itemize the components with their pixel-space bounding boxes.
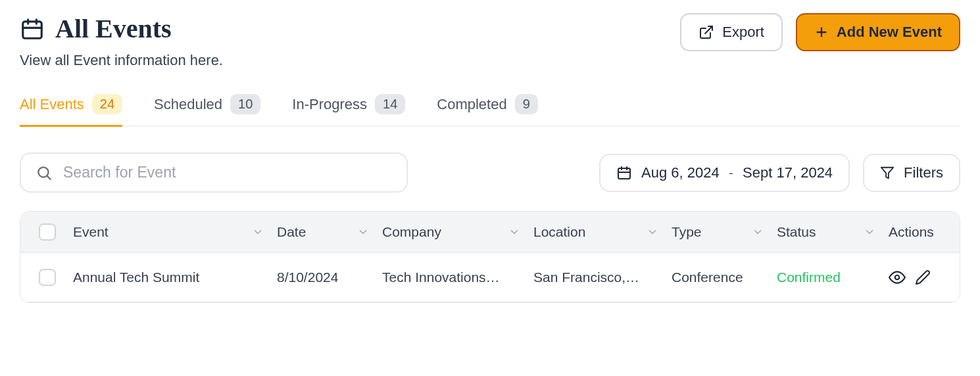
date-start: Aug 6, 2024	[641, 164, 720, 181]
svg-point-14	[895, 275, 900, 280]
cell-company: Tech Innovations…	[376, 270, 527, 285]
col-company[interactable]: Company	[376, 224, 527, 240]
search-box[interactable]	[20, 153, 408, 193]
chevron-down-icon	[357, 226, 369, 238]
table-row: Annual Tech Summit 8/10/2024 Tech Innova…	[20, 253, 960, 302]
cell-date: 8/10/2024	[270, 270, 376, 285]
col-location[interactable]: Location	[527, 224, 665, 240]
chevron-down-icon	[752, 226, 764, 238]
calendar-icon	[20, 16, 45, 41]
view-icon[interactable]	[889, 269, 906, 286]
svg-rect-0	[23, 21, 42, 37]
col-status[interactable]: Status	[770, 224, 882, 240]
tab-label: All Events	[20, 96, 84, 113]
calendar-icon	[616, 165, 632, 181]
tab-scheduled[interactable]: Scheduled 10	[154, 89, 260, 127]
row-checkbox[interactable]	[39, 269, 56, 286]
chevron-down-icon	[864, 226, 875, 238]
tab-label: In-Progress	[292, 96, 367, 113]
tab-count-badge: 24	[92, 94, 122, 114]
events-table: Event Date Company Location Type Status …	[20, 211, 960, 303]
chevron-down-icon	[508, 226, 520, 238]
external-link-icon	[698, 24, 714, 40]
date-range-picker[interactable]: Aug 6, 2024 - Sept 17, 2024	[599, 154, 850, 192]
plus-icon	[814, 25, 829, 39]
page-title: All Events	[55, 13, 172, 44]
export-label: Export	[722, 24, 764, 41]
add-new-event-button[interactable]: Add New Event	[796, 13, 960, 51]
tab-all-events[interactable]: All Events 24	[20, 89, 122, 127]
table-header: Event Date Company Location Type Status …	[20, 212, 960, 253]
svg-rect-9	[618, 168, 630, 179]
tab-label: Completed	[437, 96, 506, 113]
page-subtitle: View all Event information here.	[20, 52, 223, 69]
add-label: Add New Event	[837, 24, 942, 41]
date-separator: -	[729, 164, 733, 181]
cell-status: Confirmed	[770, 270, 882, 285]
filter-icon	[880, 166, 894, 180]
col-actions: Actions	[882, 224, 960, 240]
col-event[interactable]: Event	[66, 224, 270, 240]
tab-completed[interactable]: Completed 9	[437, 89, 538, 127]
filters-label: Filters	[904, 164, 943, 181]
col-date[interactable]: Date	[270, 224, 376, 240]
cell-event: Annual Tech Summit	[66, 270, 270, 285]
search-input[interactable]	[62, 163, 392, 182]
filters-button[interactable]: Filters	[863, 154, 960, 192]
tabs: All Events 24 Scheduled 10 In-Progress 1…	[20, 89, 960, 126]
svg-marker-13	[881, 167, 893, 178]
svg-line-8	[47, 176, 51, 179]
select-all-checkbox[interactable]	[39, 223, 56, 241]
cell-type: Conference	[665, 270, 770, 285]
date-end: Sept 17, 2024	[743, 164, 833, 181]
export-button[interactable]: Export	[680, 13, 783, 51]
svg-line-4	[705, 26, 712, 34]
edit-icon[interactable]	[915, 270, 931, 285]
chevron-down-icon	[647, 226, 658, 238]
chevron-down-icon	[252, 226, 264, 238]
tab-in-progress[interactable]: In-Progress 14	[292, 89, 405, 127]
tab-label: Scheduled	[154, 96, 222, 113]
tab-count-badge: 14	[375, 94, 405, 114]
cell-location: San Francisco,…	[527, 270, 665, 285]
tab-count-badge: 9	[515, 94, 538, 114]
col-type[interactable]: Type	[665, 224, 770, 240]
tab-count-badge: 10	[230, 94, 260, 114]
search-icon	[36, 164, 53, 181]
